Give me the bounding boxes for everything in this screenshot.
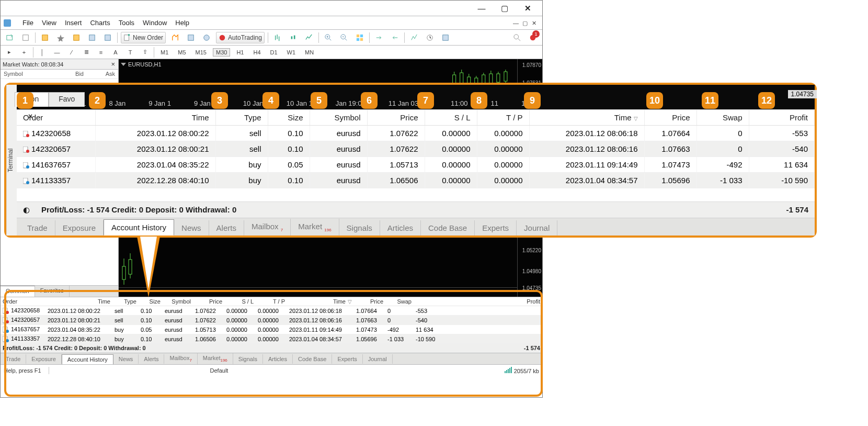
profiles-icon[interactable] [19,32,32,43]
table-row[interactable]: 142320657 2023.01.12 08:00:21sell0.10eur… [17,141,815,157]
data-window-icon[interactable] [70,32,83,43]
col-price[interactable]: Price [367,110,425,126]
tf-m30[interactable]: M30 [213,48,230,57]
indicators-icon[interactable] [408,32,420,43]
tf-w1[interactable]: W1 [284,48,299,57]
tab-journal[interactable]: Journal [517,220,557,236]
table-row[interactable]: 141637657 2023.01.04 08:35:22buy0.05euru… [17,157,815,173]
col-profit[interactable]: Profit [749,110,815,126]
col-tp[interactable]: T / P [256,297,287,306]
menu-charts[interactable]: Charts [90,19,110,27]
col-symbol[interactable]: Symbol [163,297,193,306]
maximize-button[interactable]: ▢ [495,3,514,14]
text-icon[interactable]: A [110,47,121,58]
trendline-icon[interactable]: ∕ [66,47,77,58]
col-swap[interactable]: Swap [696,110,749,126]
tab-market[interactable]: Market196 [198,353,233,364]
col-price2[interactable]: Price [644,110,696,126]
table-row[interactable]: 141133357 2022.12.28 08:40:10buy0.10euru… [17,173,815,188]
candle-chart-icon[interactable] [287,32,300,43]
tf-m15[interactable]: M15 [192,48,210,57]
tab-experts[interactable]: Experts [332,354,362,364]
search-icon[interactable] [511,32,523,43]
tab-account-history[interactable]: Account History [62,354,113,365]
mw-col-bid[interactable]: Bid [55,70,87,79]
tab-articles[interactable]: Articles [263,354,293,364]
col-time[interactable]: Time [45,297,112,306]
tf-d1[interactable]: D1 [267,48,281,57]
market-watch-icon[interactable] [39,32,51,43]
mw-tab-fav-zoom[interactable]: Favo [49,92,85,107]
zoom-out-icon[interactable] [338,32,350,43]
col-time2[interactable]: Time▽ [529,110,644,126]
col-size[interactable]: Size [268,110,310,126]
tab-trade[interactable]: Trade [1,354,26,364]
tab-exposure[interactable]: Exposure [26,354,61,364]
market-watch-close-icon[interactable]: × [110,60,116,68]
terminal-icon[interactable] [86,32,98,43]
tab-news[interactable]: News [174,220,209,236]
bar-chart-icon[interactable] [271,32,284,43]
mw-col-symbol[interactable]: Symbol [1,70,55,79]
tab-codebase[interactable]: Code Base [293,354,332,364]
table-row[interactable]: 142320658 2023.01.12 08:00:22sell0.10eur… [1,306,542,316]
col-tp[interactable]: T / P [477,110,529,126]
col-type[interactable]: Type [215,110,268,126]
col-size[interactable]: Size [139,297,163,306]
tab-alerts[interactable]: Alerts [139,354,164,364]
table-row[interactable]: 141637657 2023.01.04 08:35:22buy0.05euru… [1,325,542,334]
col-type[interactable]: Type [112,297,139,306]
metaquotes-icon[interactable] [169,32,181,43]
new-order-button[interactable]: New Order [121,32,166,43]
tf-m5[interactable]: M5 [175,48,189,57]
templates-icon[interactable] [439,32,452,43]
tile-icon[interactable] [353,32,366,43]
tab-experts[interactable]: Experts [475,220,517,236]
crosshair-icon[interactable]: + [18,47,30,58]
menu-window[interactable]: Window [143,19,167,27]
zoom-in-icon[interactable] [322,32,335,43]
tab-trade[interactable]: Trade [20,220,55,236]
tab-exposure[interactable]: Exposure [55,220,104,236]
col-symbol[interactable]: Symbol [310,110,367,126]
channel-icon[interactable]: ≣ [81,47,92,58]
tab-account-history[interactable]: Account History [104,219,174,236]
tab-journal[interactable]: Journal [363,354,393,364]
navigator-icon[interactable] [54,32,67,43]
mdi-controls[interactable]: —▢✕ [511,19,539,27]
minimize-button[interactable]: — [472,3,491,14]
col-price2[interactable]: Price [354,297,385,306]
vline-icon[interactable]: │ [37,47,48,58]
menu-help[interactable]: Help [175,19,189,27]
menu-file[interactable]: File [22,19,33,27]
table-row[interactable]: 141133357 2022.12.28 08:40:10buy0.10euru… [1,334,542,344]
tab-mailbox[interactable]: Mailbox 7 [244,219,291,236]
mw-col-ask[interactable]: Ask [87,70,118,79]
line-chart-icon[interactable] [303,32,315,43]
scroll-icon[interactable] [373,32,385,43]
autotrading-button[interactable]: AutoTrading [216,32,265,43]
mw-tab-common[interactable]: Common [1,286,35,297]
periods-icon[interactable] [424,32,436,43]
panel-close-icon[interactable]: × [28,112,32,120]
menu-view[interactable]: View [42,19,56,27]
mw-tab-favorites[interactable]: Favorites [35,286,70,297]
label-icon[interactable]: T [124,47,136,58]
fibo-icon[interactable]: ≡ [95,47,107,58]
col-order[interactable]: Order [1,297,45,306]
col-sl[interactable]: S / L [224,297,256,306]
notifications-icon[interactable]: 1 [527,32,539,43]
options-icon[interactable] [200,32,213,43]
tab-articles[interactable]: Articles [380,220,421,236]
tab-signals[interactable]: Signals [339,220,380,236]
table-row[interactable]: 142320658 2023.01.12 08:00:22sell0.10eur… [17,126,815,141]
hline-icon[interactable]: — [51,47,63,58]
tab-news[interactable]: News [113,354,139,364]
tab-mailbox[interactable]: Mailbox7 [164,353,197,364]
cursor-icon[interactable]: ▸ [4,47,15,58]
tab-market[interactable]: Market 196 [291,219,339,236]
chart-menu-icon[interactable] [121,63,126,66]
expert-icon[interactable] [185,32,197,43]
shift-icon[interactable] [389,32,401,43]
col-swap[interactable]: Swap [385,297,414,306]
